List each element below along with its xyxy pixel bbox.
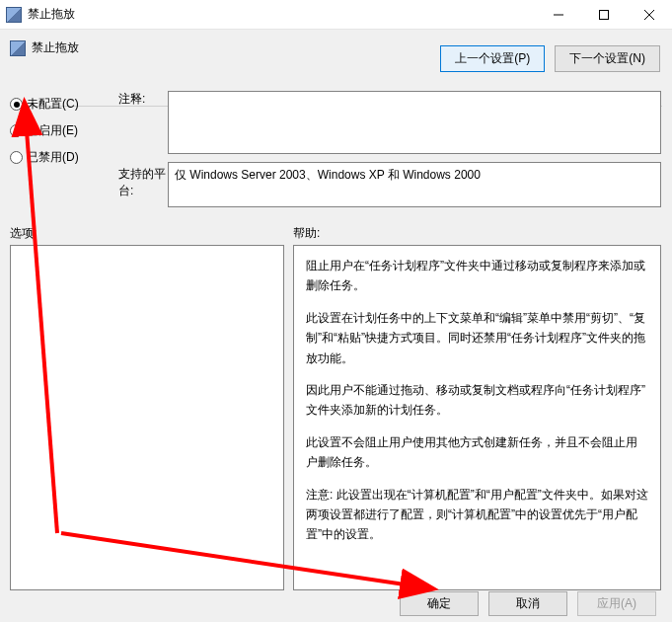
help-paragraph: 因此用户不能通过拖动、移动或复制文档或程序向“任务计划程序”文件夹添加新的计划任… <box>306 380 648 421</box>
help-paragraph: 注意: 此设置出现在“计算机配置”和“用户配置”文件夹中。如果对这两项设置都进行… <box>306 485 648 545</box>
supported-on-box: 仅 Windows Server 2003、Windows XP 和 Windo… <box>168 162 661 207</box>
body-area: 禁止拖放 上一个设置(P) 下一个设置(N) 未配置(C) 已启用(E) 已禁用… <box>0 30 672 622</box>
dialog-buttons: 确定 取消 应用(A) <box>400 591 656 616</box>
radio-icon <box>10 124 23 137</box>
apply-button: 应用(A) <box>577 591 656 616</box>
cancel-button[interactable]: 取消 <box>488 591 567 616</box>
window-title: 禁止拖放 <box>28 6 536 23</box>
radio-icon <box>10 151 23 164</box>
ok-button[interactable]: 确定 <box>400 591 479 616</box>
radio-label: 已启用(E) <box>27 122 78 139</box>
help-paragraph: 此设置不会阻止用户使用其他方式创建新任务，并且不会阻止用户删除任务。 <box>306 432 648 473</box>
titlebar: 禁止拖放 <box>0 0 672 30</box>
maximize-button[interactable] <box>581 0 627 30</box>
help-paragraph: 阻止用户在“任务计划程序”文件夹中通过移动或复制程序来添加或删除任务。 <box>306 256 648 296</box>
radio-icon <box>10 98 23 111</box>
comment-textarea[interactable] <box>168 91 661 154</box>
nav-buttons: 上一个设置(P) 下一个设置(N) <box>440 45 660 72</box>
app-icon <box>6 7 22 23</box>
next-setting-button[interactable]: 下一个设置(N) <box>555 45 660 72</box>
prev-setting-button[interactable]: 上一个设置(P) <box>440 45 545 72</box>
policy-icon <box>10 40 26 56</box>
radio-not-configured[interactable]: 未配置(C) <box>10 91 109 117</box>
radio-disabled[interactable]: 已禁用(D) <box>10 144 109 171</box>
help-panel[interactable]: 阻止用户在“任务计划程序”文件夹中通过移动或复制程序来添加或删除任务。 此设置在… <box>293 245 661 590</box>
svg-rect-1 <box>600 10 609 19</box>
state-radio-group: 未配置(C) 已启用(E) 已禁用(D) <box>10 91 109 171</box>
supported-on-text: 仅 Windows Server 2003、Windows XP 和 Windo… <box>175 168 481 182</box>
help-label: 帮助: <box>293 225 320 242</box>
radio-label: 已禁用(D) <box>27 149 79 166</box>
radio-enabled[interactable]: 已启用(E) <box>10 117 109 144</box>
minimize-button[interactable] <box>536 0 581 30</box>
options-panel <box>10 245 284 590</box>
radio-label: 未配置(C) <box>27 96 79 113</box>
help-paragraph: 此设置在计划任务中的上下文菜单和“编辑”菜单中禁用“剪切”、“复制”和“粘贴”快… <box>306 308 648 368</box>
close-button[interactable] <box>627 0 672 30</box>
options-label: 选项: <box>10 225 37 242</box>
